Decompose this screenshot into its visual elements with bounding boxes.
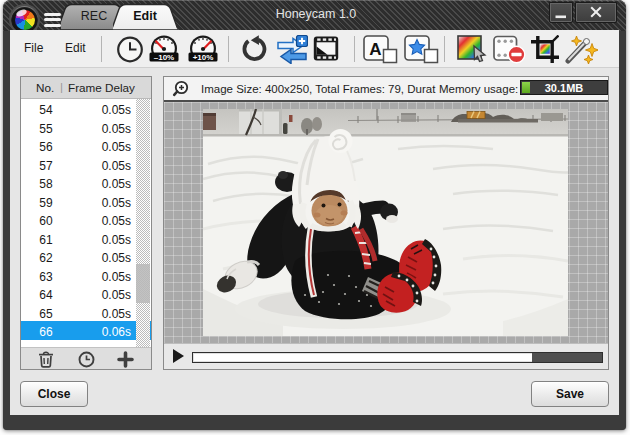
svg-text:–10%: –10% <box>154 53 174 62</box>
svg-text:+10%: +10% <box>193 53 214 62</box>
svg-text:A: A <box>369 40 381 59</box>
